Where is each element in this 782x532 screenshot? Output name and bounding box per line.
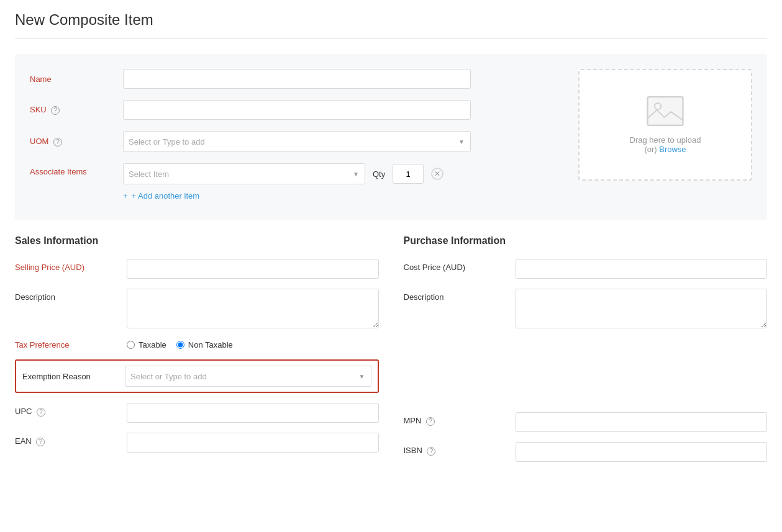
selling-price-row: Selling Price (AUD) bbox=[15, 259, 379, 279]
qty-label: Qty bbox=[373, 169, 385, 179]
non-taxable-label: Non Taxable bbox=[188, 340, 233, 349]
purchase-section: Purchase Information Cost Price (AUD) De… bbox=[404, 235, 768, 472]
taxable-label: Taxable bbox=[139, 340, 166, 349]
sales-description-row: Description bbox=[15, 289, 379, 330]
uom-help-icon[interactable]: ? bbox=[53, 138, 62, 147]
mpn-row: MPN ? bbox=[404, 412, 768, 432]
upload-drag-text: Drag here to upload (or) Browse bbox=[630, 135, 701, 154]
purchase-description-row: Description bbox=[404, 289, 768, 330]
name-input-wrapper bbox=[123, 69, 471, 89]
purchase-description-textarea[interactable] bbox=[516, 289, 768, 328]
name-row: Name bbox=[30, 69, 563, 89]
upc-row: UPC ? bbox=[15, 403, 379, 423]
sku-label: SKU ? bbox=[30, 105, 123, 115]
upc-input[interactable] bbox=[127, 403, 379, 423]
tax-preference-row: Tax Preference Taxable Non Taxable bbox=[15, 340, 379, 349]
uom-input-wrapper: Select or Type to add bbox=[123, 131, 471, 152]
uom-label: UOM ? bbox=[30, 137, 123, 147]
selling-price-control bbox=[127, 259, 379, 279]
ean-control bbox=[127, 433, 379, 453]
page-title: New Composite Item bbox=[15, 11, 767, 29]
cost-price-control bbox=[516, 259, 768, 279]
non-taxable-radio[interactable] bbox=[176, 341, 184, 349]
purchase-spacer bbox=[404, 340, 768, 402]
cost-price-row: Cost Price (AUD) bbox=[404, 259, 768, 279]
selling-price-label: Selling Price (AUD) bbox=[15, 259, 127, 272]
bottom-sections: Sales Information Selling Price (AUD) De… bbox=[15, 235, 767, 487]
isbn-control bbox=[516, 442, 768, 462]
svg-rect-0 bbox=[648, 97, 683, 125]
sales-section: Sales Information Selling Price (AUD) De… bbox=[15, 235, 379, 472]
purchase-description-label: Description bbox=[404, 289, 516, 302]
sku-help-icon[interactable]: ? bbox=[51, 106, 60, 115]
tax-radio-group: Taxable Non Taxable bbox=[127, 340, 233, 349]
upc-help-icon[interactable]: ? bbox=[37, 408, 45, 417]
cost-price-input[interactable] bbox=[516, 259, 768, 279]
uom-select[interactable]: Select or Type to add bbox=[123, 131, 471, 152]
mpn-input[interactable] bbox=[516, 412, 768, 432]
upload-browse-link[interactable]: Browse bbox=[659, 145, 686, 154]
associate-items-row: Associate Items Select Item Qty ✕ bbox=[30, 163, 563, 201]
name-input[interactable] bbox=[123, 69, 471, 89]
non-taxable-option[interactable]: Non Taxable bbox=[176, 340, 233, 349]
exemption-reason-row: Exemption Reason Select or Type to add bbox=[15, 359, 379, 393]
associate-items-label: Associate Items bbox=[30, 163, 123, 176]
isbn-row: ISBN ? bbox=[404, 442, 768, 462]
sku-row: SKU ? bbox=[30, 100, 563, 120]
purchase-description-control bbox=[516, 289, 768, 330]
name-label: Name bbox=[30, 74, 123, 84]
top-section: Name SKU ? UOM ? bbox=[15, 54, 767, 220]
top-fields: Name SKU ? UOM ? bbox=[30, 69, 563, 205]
sales-section-title: Sales Information bbox=[15, 235, 379, 246]
upload-dropzone[interactable]: Drag here to upload (or) Browse bbox=[578, 69, 752, 181]
title-divider bbox=[15, 38, 767, 39]
exemption-reason-select[interactable]: Select or Type to add bbox=[125, 366, 371, 387]
ean-label: EAN ? bbox=[15, 433, 127, 446]
taxable-radio[interactable] bbox=[127, 341, 135, 349]
uom-row: UOM ? Select or Type to add bbox=[30, 131, 563, 152]
isbn-input[interactable] bbox=[516, 442, 768, 462]
mpn-help-icon[interactable]: ? bbox=[426, 417, 435, 426]
taxable-option[interactable]: Taxable bbox=[127, 340, 166, 349]
associate-fields: Select Item Qty ✕ + + Add another item bbox=[123, 163, 563, 201]
ean-help-icon[interactable]: ? bbox=[36, 438, 45, 446]
exemption-reason-label: Exemption Reason bbox=[22, 372, 125, 381]
sales-description-textarea[interactable] bbox=[127, 289, 379, 328]
image-upload-section: Drag here to upload (or) Browse bbox=[578, 69, 752, 205]
qty-input[interactable] bbox=[393, 164, 424, 184]
mpn-control bbox=[516, 412, 768, 432]
associate-item-entry: Select Item Qty ✕ bbox=[123, 163, 563, 184]
mpn-label: MPN ? bbox=[404, 412, 516, 426]
uom-select-wrapper: Select or Type to add bbox=[123, 131, 471, 152]
upc-label: UPC ? bbox=[15, 403, 127, 417]
isbn-help-icon[interactable]: ? bbox=[427, 447, 435, 456]
selling-price-input[interactable] bbox=[127, 259, 379, 279]
ean-input[interactable] bbox=[127, 433, 379, 453]
sales-description-label: Description bbox=[15, 289, 127, 302]
page-container: New Composite Item Name SKU ? bbox=[0, 0, 782, 498]
associate-select-wrapper: Select Item bbox=[123, 163, 365, 184]
sales-description-control bbox=[127, 289, 379, 330]
remove-icon: ✕ bbox=[434, 169, 440, 178]
associate-item-select[interactable]: Select Item bbox=[123, 163, 365, 184]
upc-control bbox=[127, 403, 379, 423]
cost-price-label: Cost Price (AUD) bbox=[404, 259, 516, 272]
sku-input[interactable] bbox=[123, 100, 471, 120]
isbn-label: ISBN ? bbox=[404, 442, 516, 456]
add-another-plus-icon: + bbox=[123, 191, 128, 201]
sku-input-wrapper bbox=[123, 100, 471, 120]
purchase-section-title: Purchase Information bbox=[404, 235, 768, 246]
upload-image-icon bbox=[647, 96, 684, 130]
ean-row: EAN ? bbox=[15, 433, 379, 453]
add-another-item-link[interactable]: + + Add another item bbox=[123, 191, 199, 201]
exemption-select-wrapper: Select or Type to add bbox=[125, 366, 371, 387]
remove-item-button[interactable]: ✕ bbox=[431, 168, 443, 180]
tax-preference-label: Tax Preference bbox=[15, 340, 127, 349]
